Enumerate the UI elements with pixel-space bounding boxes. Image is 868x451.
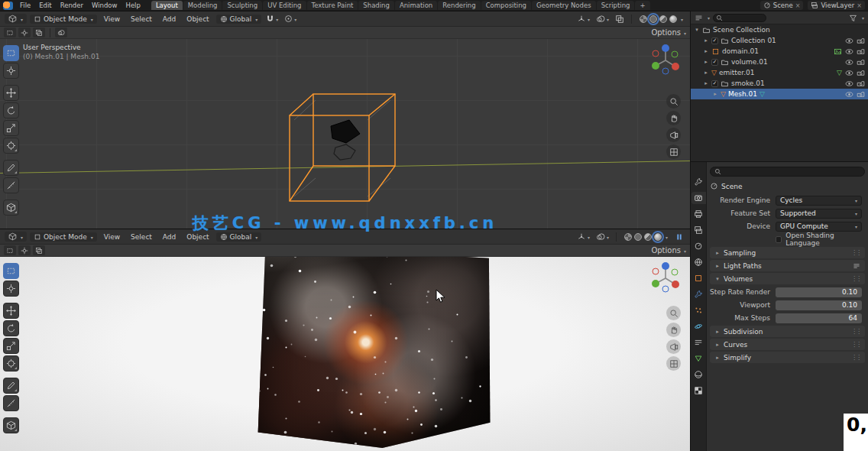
menu-render[interactable]: Render (57, 2, 87, 9)
tool-annotate[interactable] (3, 160, 19, 176)
filter-caret-icon[interactable] (860, 14, 864, 21)
step-rate-render-field[interactable]: 0.10 (776, 287, 862, 297)
select-mode-extend-button-2[interactable] (18, 245, 31, 255)
shading-rendered-button-2[interactable] (654, 233, 662, 241)
viewport-top-canvas[interactable]: User Perspective (0) Mesh.01 | Mesh.01 (0, 39, 690, 229)
tool-rotate[interactable] (3, 102, 19, 118)
collection-checkbox[interactable] (711, 59, 718, 66)
scene-selector[interactable]: Scene (760, 1, 804, 10)
tab-sculpting[interactable]: Sculpting (222, 1, 262, 10)
select-mode-subtract-button[interactable] (33, 28, 45, 37)
eye-icon[interactable] (845, 90, 853, 99)
step-rate-viewport-field[interactable]: 0.10 (776, 300, 862, 310)
xray-toggle-button[interactable] (614, 14, 626, 24)
section-simplify[interactable]: Simplify⋮⋮ (710, 352, 865, 363)
tab-uv-editing[interactable]: UV Editing (263, 1, 306, 10)
tab-view-layer[interactable] (691, 224, 706, 236)
tab-constraints[interactable] (691, 336, 706, 349)
eye-icon[interactable] (845, 47, 853, 56)
tab-render[interactable] (691, 192, 706, 204)
section-sampling[interactable]: Sampling⋮⋮ (710, 247, 865, 258)
tool-select-box-2[interactable] (3, 263, 19, 279)
max-steps-field[interactable]: 64 (776, 313, 862, 323)
disclosure-icon[interactable] (703, 59, 709, 65)
eye-icon[interactable] (845, 58, 853, 67)
render-visibility-camera-icon[interactable] (857, 37, 865, 45)
outliner-editor-icon[interactable] (695, 14, 703, 22)
tool-move[interactable] (3, 85, 19, 101)
tool-rotate-2[interactable] (3, 320, 19, 336)
disclosure-icon[interactable] (703, 70, 709, 76)
disclosure-icon[interactable] (703, 48, 709, 54)
tab-object-data[interactable] (691, 352, 706, 365)
select-mode-new-button-2[interactable] (4, 245, 16, 255)
shading-wireframe-button[interactable] (640, 15, 647, 23)
view-layer-selector[interactable]: ViewLayer (808, 1, 865, 10)
section-subdivision[interactable]: Subdivision⋮⋮ (710, 326, 865, 337)
shading-solid-button-2[interactable] (634, 233, 642, 241)
tab-world[interactable] (691, 256, 706, 268)
feature-set-dropdown[interactable]: Supported (776, 209, 862, 219)
menu-help[interactable]: Help (121, 2, 144, 9)
camera-view-button-2[interactable] (666, 339, 681, 354)
menu-file[interactable]: File (16, 2, 34, 9)
render-visibility-camera-icon[interactable] (857, 79, 865, 88)
navigation-gizmo[interactable] (647, 42, 684, 80)
osl-checkbox[interactable] (776, 236, 782, 243)
outliner-row-domain[interactable]: domain.01 (691, 46, 868, 57)
filter-icon[interactable] (849, 14, 857, 22)
tab-scene[interactable] (691, 240, 706, 252)
tool-annotate-2[interactable] (3, 378, 19, 394)
collection-checkbox[interactable] (711, 37, 718, 44)
tab-output[interactable] (691, 208, 706, 220)
disclosure-icon[interactable] (712, 91, 718, 97)
outliner-row-smoke[interactable]: smoke.01 (691, 78, 868, 89)
render-visibility-camera-icon[interactable] (857, 69, 865, 77)
pan-button[interactable] (666, 111, 681, 125)
tab-material[interactable] (691, 368, 706, 381)
clear-scene-icon[interactable] (795, 2, 801, 9)
menu-view-2[interactable]: View (100, 233, 124, 241)
shading-material-button-2[interactable] (644, 233, 652, 241)
outliner-row-mesh-selected[interactable]: ▽ Mesh.01 ▽ (691, 89, 868, 99)
gizmo-toggle-button[interactable] (575, 14, 591, 24)
tab-geometry-nodes[interactable]: Geometry Nodes (532, 1, 596, 10)
select-mode-extend-button[interactable] (18, 28, 31, 37)
menu-select[interactable]: Select (127, 15, 156, 23)
tab-particles[interactable] (691, 304, 706, 316)
outliner-search-input[interactable] (713, 14, 766, 22)
snap-toggle-button[interactable] (264, 14, 280, 24)
tool-scale-2[interactable] (3, 338, 19, 354)
render-visibility-camera-icon[interactable] (857, 58, 865, 67)
disclosure-icon[interactable] (703, 37, 709, 44)
blender-logo-icon[interactable] (3, 2, 13, 10)
disclosure-icon[interactable] (694, 27, 700, 33)
outliner-editor-caret-icon[interactable] (706, 14, 710, 21)
zoom-button[interactable] (666, 94, 681, 109)
eye-icon[interactable] (845, 79, 853, 88)
tool-select-box[interactable] (3, 45, 19, 61)
volume-cube-object[interactable] (254, 252, 491, 448)
disclosure-icon[interactable] (703, 80, 709, 86)
shading-solid-button[interactable] (649, 15, 657, 23)
tool-transform[interactable] (3, 138, 19, 154)
toggle-ortho-button[interactable] (666, 144, 681, 159)
collection-checkbox[interactable] (711, 80, 718, 87)
tab-physics[interactable] (691, 320, 706, 333)
eye-icon[interactable] (845, 69, 853, 77)
tab-scripting[interactable]: Scripting (597, 1, 635, 10)
tool-measure[interactable] (3, 177, 19, 193)
menu-window[interactable]: Window (88, 2, 121, 9)
outliner-row-volume[interactable]: volume.01 (691, 57, 868, 67)
properties-search-input[interactable] (710, 167, 865, 177)
proportional-edit-button[interactable] (283, 14, 298, 24)
options-dropdown-bottom[interactable]: Options (651, 246, 686, 255)
tool-transform-2[interactable] (3, 355, 19, 372)
menu-object-2[interactable]: Object (183, 233, 212, 241)
shading-rendered-button[interactable] (669, 15, 677, 23)
render-engine-dropdown[interactable]: Cycles (776, 196, 862, 206)
tab-shading[interactable]: Shading (358, 1, 394, 10)
wireframe-cube-object[interactable] (279, 88, 409, 206)
shading-wireframe-button-2[interactable] (624, 233, 632, 241)
editor-type-button[interactable] (5, 14, 27, 24)
